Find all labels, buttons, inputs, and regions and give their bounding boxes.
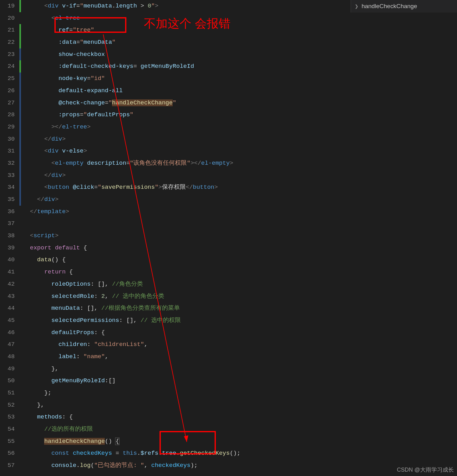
code-line[interactable]: children: "childrenList", bbox=[23, 338, 457, 351]
code-line[interactable]: <script> bbox=[23, 230, 457, 242]
code-line[interactable]: </div> bbox=[23, 169, 457, 182]
code-line[interactable]: handleCheckChange() { bbox=[23, 435, 457, 448]
code-line[interactable]: </div> bbox=[23, 193, 457, 206]
code-line[interactable]: default-expand-all bbox=[23, 85, 457, 97]
code-line[interactable]: methods: { bbox=[23, 411, 457, 423]
code-line[interactable]: <button @click="savePermissions">保存权限</b… bbox=[23, 181, 457, 193]
code-line[interactable]: </template> bbox=[23, 206, 457, 218]
line-number: 53 bbox=[0, 411, 15, 423]
code-line[interactable]: menuData: [], //根据角色分类查所有的菜单 bbox=[23, 302, 457, 314]
line-number: 22 bbox=[0, 36, 15, 48]
code-line[interactable]: getMenuByRoleId:[] bbox=[23, 375, 457, 387]
line-number: 33 bbox=[0, 169, 15, 182]
code-line[interactable]: <div v-else> bbox=[23, 145, 457, 157]
line-number: 42 bbox=[0, 278, 15, 290]
code-line[interactable]: console.log("已勾选的节点: ", checkedKeys); bbox=[23, 459, 457, 472]
line-number: 26 bbox=[0, 85, 15, 97]
code-line[interactable] bbox=[23, 218, 457, 230]
breadcrumb-label[interactable]: handleCheckChange bbox=[362, 3, 417, 10]
code-line[interactable]: <el-empty description="该角色没有任何权限"></el-e… bbox=[23, 157, 457, 169]
code-line[interactable]: defaultProps: { bbox=[23, 327, 457, 339]
line-number: 19 bbox=[0, 0, 15, 12]
line-number: 31 bbox=[0, 145, 15, 157]
line-number: 34 bbox=[0, 181, 15, 193]
code-line[interactable]: roleOptions: [], //角色分类 bbox=[23, 278, 457, 290]
line-number: 39 bbox=[0, 242, 15, 254]
watermark: CSDN @大雨学习成长 bbox=[397, 466, 454, 473]
line-number: 40 bbox=[0, 254, 15, 266]
code-line[interactable]: :default-checked-keys= getMenuByRoleId bbox=[23, 60, 457, 73]
line-number-gutter: 1920212223242526272829303132333435363738… bbox=[0, 0, 20, 476]
code-editor[interactable]: 1920212223242526272829303132333435363738… bbox=[0, 0, 457, 476]
code-line[interactable]: const checkedKeys = this.$refs.tree.getC… bbox=[23, 447, 457, 459]
line-number: 30 bbox=[0, 133, 15, 145]
chevron-right-icon: ❯ bbox=[355, 4, 358, 9]
code-line[interactable]: selectedPermissions: [], // 选中的权限 bbox=[23, 314, 457, 327]
code-line[interactable]: :props="defaultProps" bbox=[23, 109, 457, 121]
line-number: 55 bbox=[0, 435, 15, 448]
line-number: 25 bbox=[0, 73, 15, 85]
line-number: 57 bbox=[0, 459, 15, 472]
code-line[interactable]: @check-change="handleCheckChange" bbox=[23, 97, 457, 109]
code-line[interactable]: label: "name", bbox=[23, 351, 457, 363]
code-line[interactable]: }, bbox=[23, 399, 457, 411]
line-number: 36 bbox=[0, 206, 15, 218]
line-number: 50 bbox=[0, 375, 15, 387]
line-number: 43 bbox=[0, 290, 15, 303]
breadcrumb-bar[interactable]: ❯ handleCheckChange bbox=[351, 0, 457, 13]
line-number: 51 bbox=[0, 387, 15, 399]
line-number: 28 bbox=[0, 109, 15, 121]
line-number: 24 bbox=[0, 60, 15, 73]
code-line[interactable]: show-checkbox bbox=[23, 48, 457, 61]
line-number: 27 bbox=[0, 97, 15, 109]
code-area[interactable]: <div v-if="menuData.length > 0"> <el-tre… bbox=[20, 0, 457, 476]
code-line[interactable]: data() { bbox=[23, 254, 457, 266]
code-line[interactable]: }, bbox=[23, 363, 457, 375]
line-number: 41 bbox=[0, 266, 15, 278]
line-number: 37 bbox=[0, 218, 15, 230]
code-line[interactable]: :data="menuData" bbox=[23, 36, 457, 48]
line-number: 54 bbox=[0, 423, 15, 435]
line-number: 29 bbox=[0, 121, 15, 133]
line-number: 32 bbox=[0, 157, 15, 169]
line-number: 48 bbox=[0, 351, 15, 363]
code-line[interactable]: ></el-tree> bbox=[23, 121, 457, 133]
line-number: 49 bbox=[0, 363, 15, 375]
line-number: 56 bbox=[0, 447, 15, 459]
code-line[interactable]: ref="tree" bbox=[23, 24, 457, 36]
line-number: 20 bbox=[0, 12, 15, 24]
line-number: 45 bbox=[0, 314, 15, 327]
code-line[interactable]: }; bbox=[23, 387, 457, 399]
line-number: 35 bbox=[0, 193, 15, 206]
line-number: 38 bbox=[0, 230, 15, 242]
code-line[interactable]: node-key="id" bbox=[23, 73, 457, 85]
line-number: 46 bbox=[0, 327, 15, 339]
code-line[interactable]: export default { bbox=[23, 242, 457, 254]
line-number: 21 bbox=[0, 24, 15, 36]
code-line[interactable]: selectedRole: 2, // 选中的角色分类 bbox=[23, 290, 457, 303]
line-number: 47 bbox=[0, 338, 15, 351]
code-line[interactable]: return { bbox=[23, 266, 457, 278]
line-number: 52 bbox=[0, 399, 15, 411]
line-number: 44 bbox=[0, 302, 15, 314]
annotation-text: 不加这个 会报错 bbox=[144, 16, 231, 32]
code-line[interactable]: </div> bbox=[23, 133, 457, 145]
code-line[interactable]: <el-tree bbox=[23, 12, 457, 24]
code-line[interactable]: //选的所有的权限 bbox=[23, 423, 457, 435]
line-number: 23 bbox=[0, 48, 15, 61]
